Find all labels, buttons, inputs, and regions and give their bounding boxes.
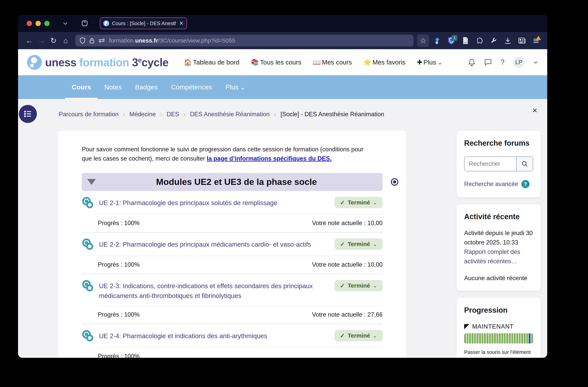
grade-text: Votre note actuelle : 10,00	[312, 220, 383, 227]
collapse-triangle-icon[interactable]	[87, 179, 96, 185]
tab-cours[interactable]: Cours	[65, 75, 98, 99]
tab-notes[interactable]: Notes	[98, 75, 128, 99]
forward-icon[interactable]: →	[35, 35, 47, 47]
progress-segment[interactable]	[526, 333, 528, 344]
home-icon[interactable]: ⌂	[60, 35, 72, 47]
progress-segment[interactable]	[474, 333, 476, 344]
tab-competences[interactable]: Compétences	[164, 75, 219, 99]
tab-close-icon[interactable]: ✕	[179, 21, 184, 26]
section-highlight-radio-icon[interactable]	[391, 178, 398, 186]
forum-search-button[interactable]	[517, 157, 533, 171]
developer-wrench-icon[interactable]	[488, 35, 500, 47]
progress-segment[interactable]	[472, 333, 474, 344]
bookmark-star-icon[interactable]: ☆	[417, 35, 429, 47]
back-icon[interactable]: ←	[23, 35, 35, 47]
advanced-search-link[interactable]: Recherche avancée	[464, 181, 518, 188]
help-question-icon[interactable]: ?	[501, 58, 504, 66]
notifications-bell-icon[interactable]	[468, 58, 476, 66]
forum-search-input[interactable]	[464, 157, 516, 171]
firefox-view-icon[interactable]	[81, 20, 88, 27]
progress-segment[interactable]	[467, 333, 469, 344]
progress-segment[interactable]	[497, 333, 498, 344]
breadcrumb-link[interactable]: DES	[167, 111, 179, 118]
minimize-window-button[interactable]	[36, 21, 41, 26]
user-avatar[interactable]: LP	[513, 57, 525, 68]
progress-segment[interactable]	[524, 333, 526, 344]
ublock-badge-count: 1	[452, 35, 458, 41]
course-item-head: UE 2-3: Indications, contre-indications …	[82, 280, 383, 301]
document-icon[interactable]	[460, 35, 472, 47]
section-header[interactable]: Modules UE2 et UE3 de la phase socle	[82, 173, 383, 191]
completion-status-badge[interactable]: ✓ Terminé ⌄	[335, 330, 383, 341]
course-title-link[interactable]: UE 2-2: Pharmacologie des principaux méd…	[99, 238, 311, 249]
course-title-link[interactable]: UE 2-4: Pharmacologie et indications des…	[99, 330, 267, 341]
help-circle-icon[interactable]: ?	[521, 180, 530, 188]
progress-segment[interactable]	[494, 333, 496, 344]
progress-segment[interactable]	[491, 333, 493, 344]
progress-segment[interactable]	[506, 333, 508, 344]
download-icon[interactable]	[502, 35, 514, 47]
tab-list-chevron-icon[interactable]	[62, 20, 68, 26]
nav-favorites[interactable]: ⭐Mes favoris	[363, 58, 405, 66]
nav-more[interactable]: ✚Plus⌄	[417, 58, 443, 66]
progress-segment[interactable]	[531, 333, 533, 344]
home-emoji-icon: 🏠	[184, 58, 192, 66]
tracking-shield-icon[interactable]	[80, 37, 85, 44]
completion-status-badge[interactable]: ✓ Terminé ⌄	[335, 238, 383, 250]
course-title-link[interactable]: UE 2-1: Pharmacologie des principaux sol…	[99, 197, 277, 208]
completion-status-badge[interactable]: ✓ Terminé ⌄	[335, 280, 383, 291]
messages-chat-icon[interactable]	[484, 59, 492, 66]
progress-segment[interactable]	[516, 333, 518, 344]
nav-all-courses[interactable]: 📚Tous les cours	[251, 58, 301, 66]
completion-status-badge[interactable]: ✓ Terminé ⌄	[335, 197, 383, 208]
nav-my-courses[interactable]: 📖Mes cours	[313, 58, 352, 66]
address-bar[interactable]: formation.uness.fr/3C/course/view.php?id…	[75, 35, 414, 46]
extensions-puzzle-icon[interactable]	[474, 35, 486, 47]
close-window-button[interactable]	[27, 21, 32, 26]
breadcrumb-link[interactable]: Médecine	[129, 111, 156, 118]
nav-dashboard[interactable]: 🏠Tableau de bord	[184, 58, 239, 66]
chevron-down-icon: ⌄	[437, 58, 443, 66]
full-activity-report-link[interactable]: Rapport complet des activités récentes…	[464, 247, 533, 266]
progress-segment[interactable]	[521, 333, 523, 344]
account-chevron-down-icon[interactable]	[533, 60, 538, 65]
close-drawer-icon[interactable]: ✕	[532, 107, 537, 114]
progress-segment[interactable]	[519, 333, 521, 344]
progress-segment[interactable]	[514, 333, 516, 344]
progress-segment[interactable]	[501, 333, 503, 344]
menu-hamburger-icon[interactable]	[530, 35, 542, 47]
ublock-shield-icon[interactable]: 1	[445, 35, 458, 47]
progress-segment[interactable]	[504, 333, 506, 344]
progress-segment[interactable]	[509, 333, 511, 344]
course-item-head: UE 2-4: Pharmacologie et indications des…	[82, 330, 383, 342]
course-index-drawer-button[interactable]	[19, 105, 37, 123]
progress-segment[interactable]	[484, 333, 486, 344]
tab-badges[interactable]: Badges	[128, 75, 164, 99]
progress-bar[interactable]	[464, 333, 533, 344]
browser-tab[interactable]: Cours : [Socle] - DES Anesthési ✕	[100, 18, 187, 29]
progress-segment[interactable]	[511, 333, 513, 344]
course-title-link[interactable]: UE 2-3: Indications, contre-indications …	[99, 280, 335, 301]
zoom-window-button[interactable]	[44, 21, 50, 26]
progress-segment[interactable]	[464, 333, 466, 344]
tab-plus[interactable]: Plus⌄	[219, 75, 252, 99]
des-info-link[interactable]: la page d’informations spécifiques du DE…	[207, 155, 332, 162]
forum-search-title: Recherche forums	[464, 139, 533, 148]
progress-segment[interactable]	[479, 333, 481, 344]
progress-grade-row: Progrès : 100% Votre note actuelle : 27,…	[82, 306, 383, 324]
progress-segment[interactable]	[486, 333, 488, 344]
lock-icon[interactable]	[89, 38, 94, 44]
gem-extension-icon[interactable]	[431, 35, 443, 47]
progress-segment[interactable]	[489, 333, 491, 344]
uness-logo[interactable]: uness formation 3ecycle	[27, 55, 168, 70]
reload-icon[interactable]: ↻	[47, 35, 60, 47]
permissions-icon[interactable]	[98, 38, 105, 43]
progress-segment[interactable]	[469, 333, 471, 344]
reader-news-icon[interactable]	[516, 35, 528, 47]
progress-segment-now[interactable]	[529, 333, 531, 344]
breadcrumb-link[interactable]: Parcours de formation	[59, 111, 119, 118]
progress-segment[interactable]	[477, 333, 479, 344]
breadcrumb-link[interactable]: DES Anesthésie Réanimation	[190, 111, 270, 118]
progress-segment[interactable]	[499, 333, 501, 344]
progress-segment[interactable]	[482, 333, 483, 344]
